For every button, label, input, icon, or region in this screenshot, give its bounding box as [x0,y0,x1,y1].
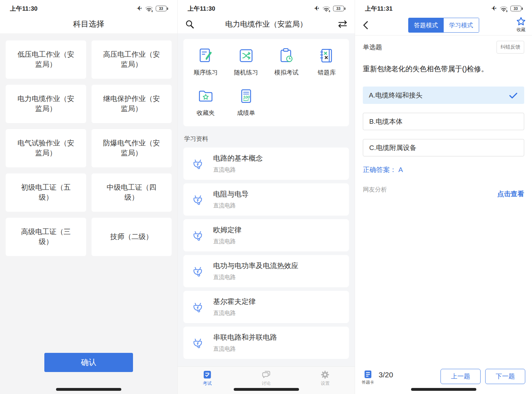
action-wrong-question-bank[interactable]: 错题库 [306,47,347,77]
clipboard-clock-icon [277,47,295,65]
battery-icon: 33 [333,6,346,11]
airplane-mode-icon: ✈ [491,5,497,12]
screen-course-home: 上午11:30 ✈ 6 33 电力电缆作业（安监局） [177,0,355,394]
tab-settings[interactable]: 设置 [296,367,355,394]
wifi-icon: 6 [322,5,331,12]
previous-question-button[interactable]: 上一题 [440,369,481,384]
subject-list-area: 低压电工作业（安监局） 高压电工作业（安监局） 电力电缆作业（安监局） 继电保护… [0,33,177,394]
subject-card-intermediate-cert[interactable]: 中级电工证（四级） [92,173,172,212]
home-indicator [56,388,121,391]
star-icon [516,16,526,27]
airplane-mode-icon: ✈ [314,5,319,12]
checkmark-icon [508,90,518,100]
status-time: 上午11:30 [10,5,38,13]
subject-card-junior-cert[interactable]: 初级电工证（五级） [6,173,86,212]
subject-card-electrical-test[interactable]: 电气试验作业（安监局） [6,129,86,167]
course-content: 顺序练习 随机练习 模拟考试 [178,33,355,394]
battery-icon: 33 [510,6,523,11]
doc-pencil-icon [197,47,215,65]
plug-icon [190,335,205,350]
screen-subject-select: 上午11:30 ✈ 6 33 科目选择 低压电工作业（安监局） 高压电工作业（安… [0,0,177,394]
answer-card-icon [363,370,373,379]
course-title: 电力电缆作业（安监局） [178,17,355,31]
question-area: 单选题 纠错反馈 重新包绕老化的失色相色带属于()检修。 A.电缆终端和接头 B… [355,41,532,199]
favorite-button[interactable]: 收藏 [516,16,526,33]
plug-icon [190,228,205,243]
subject-card-low-voltage[interactable]: 低压电工作业（安监局） [6,40,86,79]
status-icons: ✈ 6 33 [137,5,168,12]
status-bar: 上午11:31 ✈ 6 33 [355,0,532,17]
status-time: 上午11:30 [188,5,215,13]
confirm-button[interactable]: 确认 [44,353,133,372]
option-c[interactable]: C.电缆附属设备 [363,139,524,156]
back-icon[interactable] [361,20,371,30]
answer-card-button[interactable]: 答题卡 [362,370,374,385]
discussion-tab-icon [261,370,271,379]
subject-card-senior-cert[interactable]: 高级电工证（三级） [6,218,86,256]
shuffle-icon [237,47,255,65]
material-item-ohms-law[interactable]: 欧姆定律 直流电路 [183,219,349,251]
tab-study-mode[interactable]: 学习模式 [444,18,479,32]
status-icons: ✈ 6 33 [491,5,523,12]
subject-card-high-voltage[interactable]: 高压电工作业（安监局） [92,40,172,79]
course-header: 电力电缆作业（安监局） [178,17,355,33]
netizen-analysis-label: 网友分析 [363,185,387,194]
next-question-button[interactable]: 下一题 [485,369,525,384]
status-bar: 上午11:30 ✈ 6 33 [178,0,355,17]
home-indicator [234,388,299,391]
battery-level: 33 [333,6,344,11]
question-type-label: 单选题 [363,43,382,51]
subject-card-technician[interactable]: 技师（二级） [92,218,172,256]
page-title: 科目选择 [0,17,177,33]
option-b[interactable]: B.电缆本体 [363,113,524,130]
subject-card-explosion-proof[interactable]: 防爆电气作业（安监局） [92,129,172,167]
study-materials-heading: 学习资料 [184,135,348,143]
subject-grid: 低压电工作业（安监局） 高压电工作业（安监局） 电力电缆作业（安监局） 继电保护… [6,40,172,256]
material-item-kirchhoff-law[interactable]: 基尔霍夫定律 直流电路 [183,291,349,323]
options-list: A.电缆终端和接头 B.电缆本体 C.电缆附属设备 [363,87,524,156]
action-sequential-practice[interactable]: 顺序练习 [185,47,226,77]
folder-star-icon [197,87,215,105]
view-analysis-link[interactable]: 点击查看 [497,189,524,199]
wrong-book-icon [318,47,336,65]
status-time: 上午11:31 [365,5,393,13]
correct-answer-label: 正确答案： A [363,165,524,174]
action-mock-exam[interactable]: 模拟考试 [266,47,307,77]
plug-icon [190,300,205,315]
home-indicator [411,388,476,391]
screen-quiz-question: 上午11:31 ✈ 6 33 答题模式 学习模式 收藏 [355,0,532,394]
material-item-resistance-conductance[interactable]: 电阻与电导 直流电路 [183,183,349,216]
wifi-icon: 6 [145,5,153,12]
battery-level: 33 [510,6,521,11]
question-progress: 3/20 [379,371,393,379]
error-feedback-button[interactable]: 纠错反馈 [497,41,524,54]
plug-icon [190,156,205,171]
svg-text:6: 6 [151,10,153,12]
mode-switch: 答题模式 学习模式 [408,18,479,33]
material-item-electric-power[interactable]: 电功与电功率及电流热效应 直流电路 [183,255,349,287]
status-icons: ✈ 6 33 [314,5,345,12]
subject-card-relay-protection[interactable]: 继电保护作业（安监局） [92,85,172,123]
quiz-header: 答题模式 学习模式 收藏 [355,17,532,35]
switch-course-icon[interactable] [338,19,348,29]
material-item-series-parallel[interactable]: 串联电路和并联电路 直流电路 [183,327,349,359]
material-item-basic-concepts[interactable]: 电路的基本概念 直流电路 [183,148,349,180]
tab-answer-mode[interactable]: 答题模式 [409,18,444,32]
tab-exam[interactable]: 考试 [178,367,237,394]
subject-card-power-cable[interactable]: 电力电缆作业（安监局） [6,85,86,123]
option-a[interactable]: A.电缆终端和接头 [363,87,524,104]
action-random-practice[interactable]: 随机练习 [226,47,266,77]
plug-icon [190,264,205,279]
plug-icon [190,192,205,207]
status-bar: 上午11:30 ✈ 6 33 [0,0,177,17]
wifi-icon: 6 [499,5,508,12]
question-text: 重新包绕老化的失色相色带属于()检修。 [363,64,524,74]
action-score-report[interactable]: 100 成绩单 [226,87,266,117]
score-sheet-icon: 100 [237,87,255,105]
svg-text:6: 6 [329,10,330,12]
search-icon[interactable] [185,19,195,29]
battery-level: 33 [156,6,167,11]
action-favorites-folder[interactable]: 收藏夹 [185,87,226,117]
battery-icon: 33 [156,6,168,11]
svg-text:100: 100 [243,95,250,99]
